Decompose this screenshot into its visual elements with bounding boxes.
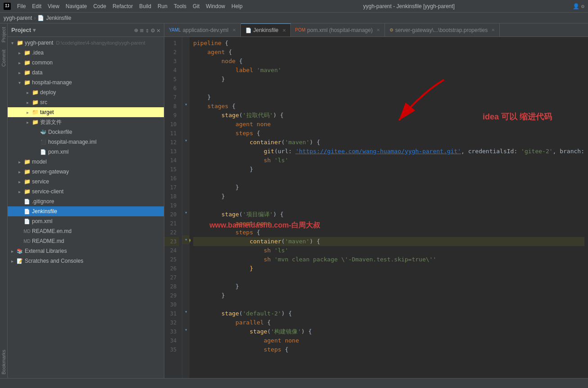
project-vertical-label[interactable]: Project [0,23,7,46]
scratches-icon: 📝 [16,258,24,264]
locate-file-btn[interactable]: ⊕ [134,27,138,34]
fold-indicator-20[interactable]: ▾ [182,208,190,217]
line-num-22: 22 [164,228,179,237]
tree-hospital-iml[interactable]: ▸ ⬛ hospital-manage.iml [8,137,164,147]
tree-service-client[interactable]: ▸ 📁 service-client [8,187,164,196]
token-2: agent [207,49,225,55]
arrow-hospital-manage: ▾ [16,80,23,85]
tree-deploy[interactable]: ▸ 📁 deploy [8,87,164,97]
fold-indicator-23[interactable]: ▾ [182,235,190,244]
menu-run[interactable]: Run [155,2,170,10]
editor-area: YAML application-dev.yml ✕ 📄 Jenkinsfile… [164,23,588,378]
bulb-icon-23[interactable]: 💡 [190,237,192,246]
token-14: sh [264,157,271,164]
project-label: Project [11,27,31,33]
tree-model-label: model [32,159,47,165]
tree-data[interactable]: ▸ 📁 data [8,68,164,78]
menu-code[interactable]: Code [90,2,109,10]
menu-navigate[interactable]: Navigate [63,2,90,10]
token-34 [281,337,285,344]
tree-external-libs[interactable]: ▸ 📚 External Libraries [8,246,164,256]
tree-pom-hospital[interactable]: ▸ 📄 pom.xml [8,147,164,157]
code-line-23: 💡 container('maven') { [193,237,584,246]
menu-view[interactable]: View [45,2,62,10]
tree-src[interactable]: ▸ 📁 src [8,97,164,107]
expand-btn[interactable]: ⇕ [145,27,149,34]
tab-bootstrap-close[interactable]: ✕ [491,27,495,32]
tree-server-gateway[interactable]: ▸ 📁 server-gateway [8,167,164,177]
menu-file[interactable]: File [14,2,28,10]
line-num-21: 21 [164,219,179,228]
menu-edit[interactable]: Edit [29,2,44,10]
tab-pom-close[interactable]: ✕ [376,27,380,32]
commit-vertical-label[interactable]: Commit [0,46,7,70]
tree-gitignore[interactable]: ▸ 📄 .gitignore [8,196,164,206]
token-8: stages [207,103,228,110]
menu-tools[interactable]: Tools [171,2,189,10]
tree-root[interactable]: ▾ 📁 yygh-parent D:\code\gitee\4-shangyit… [8,38,164,48]
token-22: steps [235,229,253,236]
tree-pom-root[interactable]: ▸ 📄 pom.xml [8,216,164,226]
fold-indicator-8[interactable]: ▾ [182,100,190,109]
tab-jenkinsfile[interactable]: 📄 Jenkinsfile ✕ [241,23,291,37]
tree-hospital-manage[interactable]: ▾ 📁 hospital-manage [8,78,164,87]
bookmarks-vertical-label[interactable]: Bookmarks [0,346,7,378]
line-num-14: 14 [164,156,179,165]
tab-application-dev-close[interactable]: ✕ [232,27,236,32]
breadcrumb-root[interactable]: yygh-parent [4,15,32,21]
line-num-26: 26 [164,264,179,273]
tree-service[interactable]: ▸ 📁 service [8,177,164,187]
breadcrumb-file[interactable]: Jenkinsfile [46,15,71,21]
line-num-35: 35 [164,345,179,354]
token-25: 'mvn clean package \'-Dmaven.test.skip=t… [274,256,436,263]
tab-jenkinsfile-close[interactable]: ✕ [282,28,286,33]
token-34: agent [264,337,281,344]
menu-build[interactable]: Build [136,2,154,10]
arrow-external-libs: ▸ [9,249,16,254]
tree-hospital-iml-label: hospital-manage.iml [48,139,96,145]
tab-application-dev[interactable]: YAML application-dev.yml ✕ [164,23,240,37]
code-line-10: agent none [193,120,584,129]
token-9: '拉取代码' [243,112,273,119]
settings-icon[interactable]: ⚙ [581,3,584,9]
tree-model[interactable]: ▸ 📁 model [8,157,164,167]
project-dropdown-icon[interactable]: ▾ [33,27,36,33]
token-20: ( [239,211,243,218]
root-folder-icon: 📁 [16,40,24,46]
menu-refactor[interactable]: Refactor [110,2,136,10]
close-panel-btn[interactable]: ✕ [157,27,160,34]
fold-indicator-33[interactable]: ▾ [182,325,190,334]
tab-bootstrap-props[interactable]: ⚙ server-gateway\...\bootstrap.propertie… [385,23,500,37]
service-folder-icon: 📁 [23,178,31,185]
code-line-27 [193,273,584,282]
readme-en-icon: MD [23,229,31,234]
tree-common[interactable]: ▸ 📁 common [8,58,164,68]
tree-jenkinsfile[interactable]: ▸ 📄 Jenkinsfile [8,206,164,216]
tree-resources[interactable]: ▸ 📁 资源文件 [8,117,164,127]
fold-indicator-31[interactable]: ▾ [182,307,190,316]
tree-readme-en[interactable]: ▸ MD README.en.md [8,226,164,236]
tree-scratches[interactable]: ▸ 📝 Scratches and Consoles [8,256,164,266]
code-line-11: steps { [193,129,584,138]
tree-readme[interactable]: ▸ MD README.md [8,236,164,246]
settings-btn[interactable]: ⚙ [151,27,154,34]
menu-window[interactable]: Window [203,2,228,10]
tree-idea[interactable]: ▸ 📁 .idea [8,48,164,58]
code-content[interactable]: pipeline { agent { node { label 'maven' … [190,37,588,378]
token-14: 'ls' [274,157,288,164]
tab-pom-hospital[interactable]: POM pom.xml (hospital-manage) ✕ [291,23,385,37]
tree-pom-root-label: pom.xml [32,218,52,224]
fold-indicator-12[interactable]: ▾ [182,136,190,145]
token-11 [193,130,235,137]
menu-help[interactable]: Help [229,2,245,10]
tree-dockerfile[interactable]: ▸ 🐳 Dockerfile [8,127,164,137]
code-line-15: } [193,165,584,174]
collapse-all-btn[interactable]: ≡ [140,27,143,34]
tree-target[interactable]: ▸ 📁 target [8,107,164,117]
user-icon[interactable]: 👤 [573,3,579,9]
code-line-12: container('maven') { [193,138,584,147]
left-activity-bar: Project Commit Bookmarks [0,23,8,378]
menu-git[interactable]: Git [190,2,202,10]
line-num-3: 3 [164,57,179,66]
project-panel-header: Project ▾ ⊕ ≡ ⇕ ⚙ ✕ [8,23,164,37]
